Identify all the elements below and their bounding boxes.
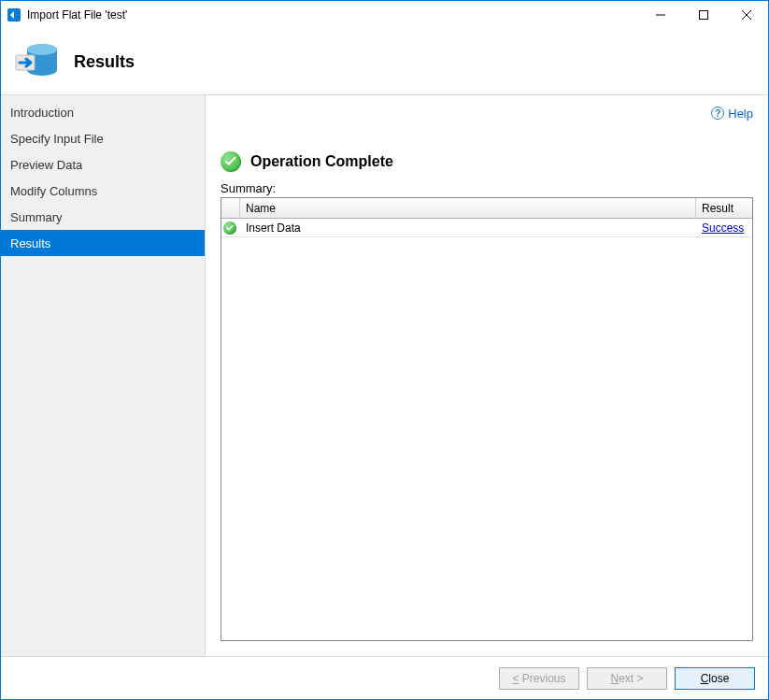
sidebar-item-label: Preview Data (10, 158, 82, 172)
next-button-label: Next > (610, 672, 643, 685)
svg-point-6 (27, 44, 57, 55)
sidebar-item-label: Introduction (10, 106, 74, 120)
success-icon (223, 221, 236, 235)
row-status-icon-cell (221, 219, 240, 236)
grid-header-icon-col[interactable] (221, 198, 240, 218)
summary-grid: Name Result Insert Data Success (221, 197, 753, 641)
app-icon (7, 7, 21, 22)
close-button[interactable]: Close (675, 667, 755, 690)
sidebar-item-label: Modify Columns (10, 184, 97, 198)
sidebar-item-label: Specify Input File (10, 132, 104, 146)
row-result-cell: Success (696, 219, 752, 236)
grid-header: Name Result (221, 198, 752, 219)
operation-heading: Operation Complete (250, 153, 393, 170)
wizard-footer: < Previous Next > Close (1, 656, 768, 699)
summary-label: Summary: (221, 181, 753, 195)
window-title: Import Flat File 'test' (27, 8, 127, 21)
previous-button: < Previous (499, 667, 579, 690)
window-controls (639, 1, 768, 29)
sidebar-item-preview-data[interactable]: Preview Data (1, 151, 205, 178)
sidebar-item-label: Results (10, 236, 50, 250)
wizard-main: ? Help Operation Complete Summary: Name … (206, 95, 768, 656)
maximize-button[interactable] (682, 1, 725, 29)
next-button: Next > (587, 667, 667, 690)
success-icon (221, 151, 241, 172)
sidebar-item-specify-input-file[interactable]: Specify Input File (1, 125, 205, 151)
help-link[interactable]: ? Help (711, 107, 753, 121)
row-result-link[interactable]: Success (702, 221, 744, 235)
wizard-steps-sidebar: Introduction Specify Input File Preview … (1, 95, 206, 656)
table-row: Insert Data Success (221, 219, 752, 237)
sidebar-item-modify-columns[interactable]: Modify Columns (1, 178, 205, 204)
sidebar-item-label: Summary (10, 210, 63, 224)
grid-header-result[interactable]: Result (696, 198, 752, 218)
row-name: Insert Data (240, 219, 696, 236)
sidebar-item-introduction[interactable]: Introduction (1, 99, 205, 125)
help-label: Help (728, 107, 753, 121)
sidebar-item-summary[interactable]: Summary (1, 204, 205, 230)
svg-rect-2 (700, 11, 708, 20)
wizard-header: Results (1, 29, 768, 94)
help-icon: ? (711, 107, 724, 120)
page-title: Results (74, 52, 135, 72)
grid-header-name[interactable]: Name (240, 198, 696, 218)
close-window-button[interactable] (725, 1, 768, 29)
previous-button-label: < Previous (512, 672, 565, 685)
database-import-icon (14, 38, 61, 85)
sidebar-item-results[interactable]: Results (1, 230, 205, 256)
minimize-button[interactable] (639, 1, 682, 29)
close-button-label: Close (701, 672, 730, 685)
titlebar: Import Flat File 'test' (1, 1, 768, 29)
